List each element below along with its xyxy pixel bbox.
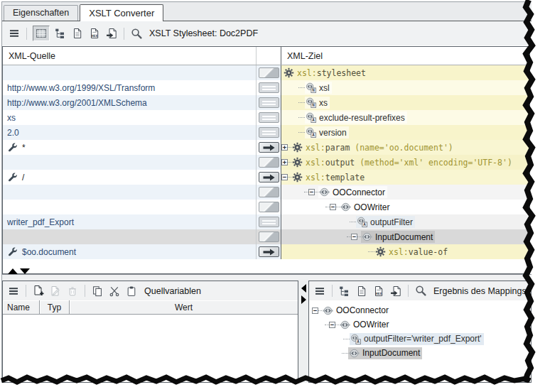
expand-toggle-icon[interactable]: + bbox=[281, 144, 288, 151]
source-cell[interactable]: http://www.w3.org/1999/XSL/Transform bbox=[3, 80, 256, 95]
splitter-collapse-down-icon[interactable] bbox=[20, 268, 30, 274]
source-value: http://www.w3.org/1999/XSL/Transform bbox=[7, 83, 155, 93]
tree-node[interactable]: InputDocument bbox=[309, 346, 422, 360]
tree-button[interactable] bbox=[338, 285, 351, 298]
element-icon bbox=[340, 202, 351, 212]
tree-node[interactable]: AoutputFilter='writer_pdf_Export' bbox=[309, 332, 484, 346]
tree-node[interactable]: Aversion bbox=[281, 125, 349, 140]
paste-button[interactable] bbox=[125, 285, 138, 298]
document-hex-button[interactable]: HEX bbox=[372, 285, 385, 298]
source-value: writer_pdf_Export bbox=[7, 217, 74, 227]
splitter-collapse-up-icon[interactable] bbox=[8, 268, 18, 274]
source-cell[interactable] bbox=[3, 155, 256, 170]
element-icon bbox=[323, 305, 333, 316]
assign-button[interactable] bbox=[259, 112, 279, 123]
column-header-name[interactable]: Name bbox=[3, 300, 40, 315]
assign-button[interactable] bbox=[259, 82, 279, 93]
tree-node[interactable]: Nxs bbox=[281, 95, 330, 110]
source-cell[interactable]: http://www.w3.org/2001/XMLSchema bbox=[3, 95, 256, 110]
source-cell[interactable]: * bbox=[3, 140, 256, 155]
edit-button[interactable] bbox=[49, 285, 62, 298]
document-export-button[interactable] bbox=[105, 27, 118, 40]
node-label-text: OOWriter bbox=[353, 320, 389, 330]
tree-node-label: Aversion bbox=[305, 126, 349, 138]
menu-button[interactable] bbox=[7, 285, 20, 298]
document-button[interactable] bbox=[355, 285, 368, 298]
svg-text:HEX: HEX bbox=[92, 34, 98, 38]
blocked-button[interactable] bbox=[259, 202, 279, 212]
expand-toggle-icon[interactable]: − bbox=[312, 307, 318, 314]
source-cell[interactable] bbox=[3, 200, 256, 214]
vertical-splitter[interactable] bbox=[298, 281, 308, 383]
source-cell[interactable]: xs bbox=[3, 110, 256, 125]
tree-indent bbox=[309, 339, 343, 339]
document-new-button[interactable] bbox=[32, 285, 45, 298]
target-cell: +xsl:output (method='xml' encoding='UTF-… bbox=[281, 155, 529, 170]
document-button[interactable] bbox=[71, 27, 84, 40]
expand-toggle-icon[interactable]: − bbox=[308, 189, 315, 195]
expand-toggle-icon[interactable]: − bbox=[330, 204, 336, 210]
cut-button[interactable] bbox=[108, 285, 121, 298]
tree-node[interactable]: −OOWriter bbox=[281, 200, 392, 214]
horizontal-splitter[interactable] bbox=[2, 274, 531, 281]
tree-connector-line bbox=[350, 222, 356, 222]
menu-button[interactable] bbox=[313, 285, 326, 298]
source-cell[interactable]: / bbox=[3, 170, 256, 185]
tab-eigenschaften[interactable]: Eigenschaften bbox=[4, 5, 78, 21]
tree-node[interactable]: −OOConnector bbox=[309, 303, 391, 317]
search-button[interactable] bbox=[414, 285, 427, 298]
grid-view-button[interactable] bbox=[33, 26, 50, 41]
delete-button[interactable] bbox=[66, 285, 79, 298]
blocked-button[interactable] bbox=[259, 67, 279, 78]
tree-node[interactable]: xsl:value-of bbox=[281, 244, 450, 259]
xsl-prefix: xsl: bbox=[297, 68, 317, 78]
tree-node[interactable]: Aexclude-result-prefixes bbox=[281, 110, 407, 125]
mapping-header: XML-Quelle XML-Ziel bbox=[3, 47, 529, 65]
assign-button[interactable] bbox=[259, 97, 279, 108]
blocked-button[interactable] bbox=[259, 187, 279, 197]
tree-node[interactable]: −OOConnector bbox=[281, 185, 387, 200]
menu-button[interactable] bbox=[8, 27, 21, 40]
tab-xslt-converter[interactable]: XSLT Converter bbox=[80, 4, 163, 21]
source-cell[interactable]: writer_pdf_Export bbox=[3, 214, 256, 229]
target-cell: Nxsl bbox=[281, 80, 529, 95]
source-cell[interactable] bbox=[3, 229, 256, 244]
tree-node[interactable]: −xsl:template bbox=[281, 170, 367, 185]
tree-connector-line bbox=[298, 117, 305, 118]
expand-toggle-icon[interactable]: − bbox=[351, 234, 357, 240]
document-export-button[interactable] bbox=[389, 285, 402, 298]
source-cell[interactable] bbox=[3, 65, 256, 80]
tree-node[interactable]: −InputDocument bbox=[281, 229, 435, 244]
blocked-button[interactable] bbox=[259, 232, 279, 242]
tree-node[interactable]: xsl:stylesheet bbox=[281, 65, 368, 80]
arrow-button[interactable] bbox=[259, 172, 279, 183]
node-label-text: outputFilter='writer_pdf_Export' bbox=[364, 334, 482, 344]
tree-button[interactable] bbox=[54, 27, 67, 40]
copy-button[interactable] bbox=[91, 285, 104, 298]
column-header-typ[interactable]: Typ bbox=[40, 300, 70, 315]
tree-node[interactable]: +xsl:param (name='oo.document') bbox=[281, 140, 455, 155]
splitter-collapse-left-icon[interactable] bbox=[301, 284, 306, 293]
tree-node[interactable]: −OOWriter bbox=[309, 317, 391, 332]
expand-toggle-icon[interactable]: − bbox=[281, 174, 288, 180]
search-button[interactable] bbox=[130, 27, 143, 40]
assign-button[interactable] bbox=[259, 127, 279, 138]
source-cell[interactable]: 2.0 bbox=[3, 125, 256, 140]
mapping-row: *+xsl:param (name='oo.document') bbox=[3, 140, 529, 155]
tree-node[interactable]: AoutputFilter bbox=[281, 214, 415, 229]
expand-toggle-icon[interactable]: − bbox=[329, 322, 335, 328]
tree-connector-line bbox=[298, 132, 305, 133]
splitter-collapse-right-icon[interactable] bbox=[301, 295, 306, 304]
assign-button[interactable] bbox=[259, 217, 279, 227]
expand-toggle-icon[interactable]: + bbox=[281, 159, 288, 165]
blocked-button[interactable] bbox=[259, 157, 279, 168]
source-cell[interactable] bbox=[3, 185, 256, 200]
document-hex-button[interactable]: HEX bbox=[88, 27, 101, 40]
tree-node[interactable]: Nxsl bbox=[281, 80, 332, 95]
arrow-button[interactable] bbox=[259, 246, 279, 257]
arrow-button[interactable] bbox=[259, 142, 279, 153]
column-header-wert[interactable]: Wert bbox=[70, 300, 298, 315]
target-cell: xsl:stylesheet bbox=[281, 65, 529, 80]
tree-node[interactable]: +xsl:output (method='xml' encoding='UTF-… bbox=[281, 155, 514, 170]
source-cell[interactable]: $oo.document bbox=[3, 244, 256, 259]
